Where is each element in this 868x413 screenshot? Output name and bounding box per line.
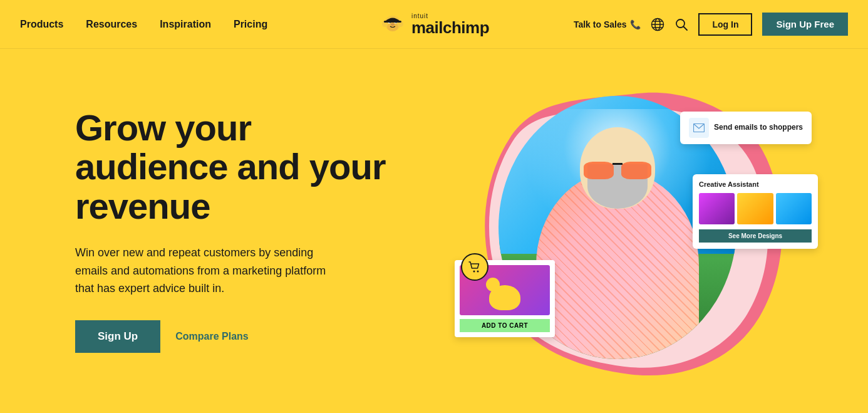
cart-badge (461, 253, 488, 281)
search-icon[interactable] (674, 18, 688, 31)
hero-cta: Sign Up Compare Plans (75, 320, 401, 353)
hero-illustration: ADD TO CART Send emails to shoppers Crea… (455, 74, 818, 387)
chimp-icon (379, 11, 406, 38)
globe-icon[interactable] (651, 18, 664, 31)
navbar: Products Resources Inspiration Pricing (0, 0, 868, 49)
nav-pricing[interactable]: Pricing (234, 19, 267, 30)
svg-point-19 (477, 271, 479, 273)
email-card-label: Send emails to shoppers (714, 123, 803, 133)
nav-left: Products Resources Inspiration Pricing (20, 19, 267, 30)
creative-thumbnails (699, 193, 812, 224)
cart-icon (468, 260, 482, 274)
add-to-cart-button[interactable]: ADD TO CART (460, 319, 550, 332)
see-more-designs-button[interactable]: See More Designs (699, 229, 812, 243)
svg-point-7 (391, 23, 395, 26)
nav-right: Talk to Sales 📞 Log In Sign Up Free (574, 13, 848, 36)
creative-thumb-2 (737, 193, 773, 224)
duck-body (489, 285, 520, 310)
svg-rect-10 (384, 21, 401, 23)
logo-mailchimp: mailchimp (411, 19, 489, 36)
logo-text: intuit mailchimp (411, 13, 489, 36)
hero-subtext: Win over new and repeat customers by sen… (75, 244, 338, 298)
svg-point-18 (473, 271, 475, 273)
signup-nav-button[interactable]: Sign Up Free (762, 13, 848, 36)
nav-resources[interactable]: Resources (86, 19, 137, 30)
phone-icon: 📞 (630, 19, 641, 29)
hero-left: Grow your audience and your revenue Win … (75, 108, 401, 353)
talk-to-sales[interactable]: Talk to Sales 📞 (574, 19, 641, 29)
email-card: Send emails to shoppers (680, 112, 812, 144)
login-button[interactable]: Log In (698, 13, 752, 36)
creative-thumb-3 (776, 193, 812, 224)
svg-line-17 (684, 26, 688, 30)
talk-to-sales-label: Talk to Sales (574, 19, 627, 29)
hero-headline: Grow your audience and your revenue (75, 108, 401, 226)
logo[interactable]: intuit mailchimp (379, 11, 489, 38)
signup-hero-button[interactable]: Sign Up (75, 320, 160, 353)
creative-thumb-1 (699, 193, 735, 224)
nav-inspiration[interactable]: Inspiration (160, 19, 211, 30)
hero-section: Grow your audience and your revenue Win … (0, 49, 868, 412)
nav-products[interactable]: Products (20, 19, 63, 30)
creative-card-title: Creative Assistant (699, 180, 812, 188)
creative-assistant-card: Creative Assistant See More Designs (693, 174, 818, 249)
email-icon (689, 118, 709, 138)
compare-plans-link[interactable]: Compare Plans (175, 331, 248, 342)
